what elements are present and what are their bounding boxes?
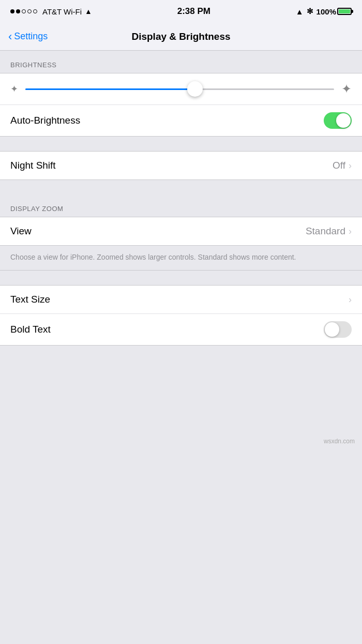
text-size-chevron-icon: › [349, 294, 352, 305]
status-right: ▲ ✻ 100% [296, 7, 352, 16]
back-button[interactable]: ‹ Settings [8, 31, 48, 42]
night-shift-right: Off › [333, 160, 352, 171]
auto-brightness-toggle[interactable] [324, 112, 352, 129]
battery-percent: 100% [316, 7, 336, 16]
night-shift-chevron-icon: › [349, 160, 352, 171]
slider-track [25, 88, 334, 90]
status-left: AT&T Wi-Fi ▲ [10, 7, 92, 16]
view-value: Standard [306, 226, 345, 237]
night-shift-group: Night Shift Off › [0, 151, 362, 180]
view-row[interactable]: View Standard › [0, 217, 362, 245]
wifi-icon: ▲ [85, 7, 92, 16]
night-shift-value: Off [333, 160, 345, 171]
text-size-label: Text Size [10, 294, 50, 305]
slider-fill [25, 88, 195, 90]
text-group: Text Size › Bold Text [0, 285, 362, 346]
brightness-low-icon: ✦ [10, 83, 18, 95]
text-size-right: › [349, 294, 352, 305]
watermark: wsxdn.com [324, 438, 355, 445]
carrier-text: AT&T Wi-Fi [42, 7, 82, 16]
view-group: View Standard › [0, 217, 362, 246]
bluetooth-icon: ✻ [307, 7, 313, 16]
brightness-section-label: BRIGHTNESS [0, 51, 362, 73]
bold-text-toggle-knob [325, 322, 339, 337]
status-time: 2:38 PM [177, 6, 210, 17]
view-right: Standard › [306, 226, 352, 237]
text-size-row[interactable]: Text Size › [0, 286, 362, 313]
back-label: Settings [14, 31, 48, 42]
view-chevron-icon: › [349, 226, 352, 237]
nav-bar: ‹ Settings Display & Brightness [0, 23, 362, 51]
spacer-3 [0, 271, 362, 285]
auto-brightness-row: Auto-Brightness [0, 104, 362, 136]
battery-icon: 100% [316, 7, 352, 16]
bottom-spacer: wsxdn.com [0, 346, 362, 449]
bold-text-toggle[interactable] [324, 321, 352, 338]
toggle-knob [336, 113, 351, 128]
slider-thumb[interactable] [187, 81, 203, 97]
auto-brightness-label: Auto-Brightness [10, 115, 80, 126]
location-icon: ▲ [296, 7, 304, 16]
brightness-high-icon: ✦ [341, 82, 352, 96]
brightness-slider[interactable] [25, 81, 334, 97]
back-chevron-icon: ‹ [8, 31, 12, 42]
spacer-2 [0, 180, 362, 194]
night-shift-row[interactable]: Night Shift Off › [0, 152, 362, 179]
brightness-slider-row: ✦ ✦ [0, 73, 362, 104]
view-description: Choose a view for iPhone. Zoomed shows l… [0, 246, 362, 271]
display-zoom-section-label: DISPLAY ZOOM [0, 194, 362, 217]
spacer-1 [0, 137, 362, 151]
signal-icon [10, 9, 37, 13]
bold-text-label: Bold Text [10, 324, 51, 335]
view-label: View [10, 226, 32, 237]
bold-text-row: Bold Text [0, 313, 362, 345]
status-bar: AT&T Wi-Fi ▲ 2:38 PM ▲ ✻ 100% [0, 0, 362, 23]
page-title: Display & Brightness [131, 31, 230, 42]
brightness-group: ✦ ✦ Auto-Brightness [0, 73, 362, 137]
night-shift-label: Night Shift [10, 160, 56, 171]
